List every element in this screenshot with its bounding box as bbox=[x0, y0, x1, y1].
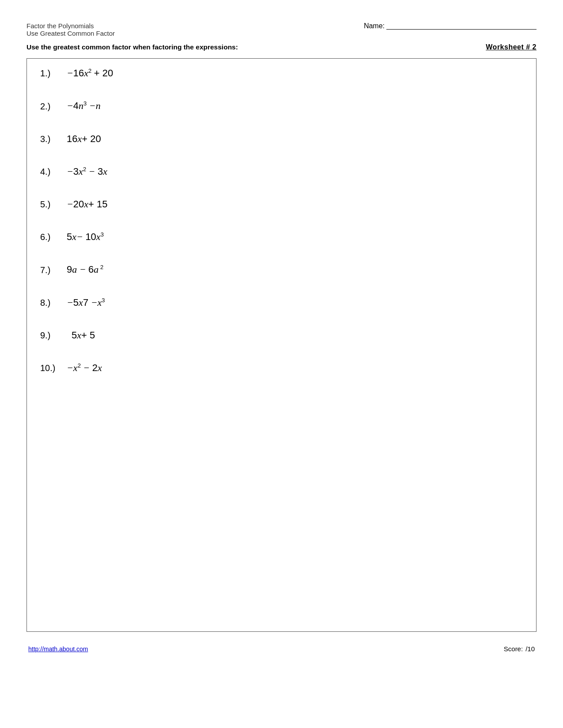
problem-expr-1: −16x2 + 20 bbox=[67, 68, 113, 79]
problem-number-1: 1.) bbox=[40, 68, 67, 79]
title-line1: Factor the Polynomials bbox=[26, 22, 115, 30]
name-underline bbox=[386, 23, 537, 30]
worksheet-title: Worksheet # 2 bbox=[486, 43, 537, 51]
instruction-row: Use the greatest common factor when fact… bbox=[26, 43, 537, 51]
problem-10: 10.) −x2 − 2x bbox=[40, 362, 523, 374]
problem-number-9: 9.) bbox=[40, 330, 67, 341]
problem-expr-3: 16x+ 20 bbox=[67, 133, 101, 145]
score-area: Score: /10 bbox=[504, 645, 535, 653]
problem-2: 2.) −4n3 −n bbox=[40, 100, 523, 112]
problem-expr-9: 5x+ 5 bbox=[67, 330, 95, 341]
score-value: /10 bbox=[525, 645, 535, 653]
header: Factor the Polynomials Use Greatest Comm… bbox=[26, 22, 537, 37]
problem-1: 1.) −16x2 + 20 bbox=[40, 68, 523, 79]
problem-expr-5: −20x+ 15 bbox=[67, 199, 108, 210]
problem-number-10: 10.) bbox=[40, 363, 67, 373]
problem-number-5: 5.) bbox=[40, 199, 67, 210]
problem-number-3: 3.) bbox=[40, 134, 67, 144]
instruction-text: Use the greatest common factor when fact… bbox=[26, 43, 238, 51]
problem-3: 3.) 16x+ 20 bbox=[40, 133, 523, 145]
name-label: Name: bbox=[364, 22, 385, 30]
problem-number-8: 8.) bbox=[40, 298, 67, 308]
problem-expr-10: −x2 − 2x bbox=[67, 362, 102, 374]
header-top: Factor the Polynomials Use Greatest Comm… bbox=[26, 22, 537, 37]
problem-number-6: 6.) bbox=[40, 232, 67, 242]
footer-link[interactable]: http://math.about.com bbox=[28, 645, 88, 653]
problem-number-4: 4.) bbox=[40, 167, 67, 177]
problem-4: 4.) −3x2 − 3x bbox=[40, 166, 523, 177]
score-label: Score: bbox=[504, 645, 523, 653]
problem-5: 5.) −20x+ 15 bbox=[40, 199, 523, 210]
header-left: Factor the Polynomials Use Greatest Comm… bbox=[26, 22, 115, 37]
problem-expr-4: −3x2 − 3x bbox=[67, 166, 107, 177]
name-field: Name: bbox=[364, 22, 537, 30]
problem-expr-7: 9a − 6a 2 bbox=[67, 264, 103, 275]
title-line2: Use Greatest Common Factor bbox=[26, 30, 115, 37]
problem-7: 7.) 9a − 6a 2 bbox=[40, 264, 523, 275]
problem-expr-6: 5x− 10x3 bbox=[67, 231, 104, 243]
problems-box: 1.) −16x2 + 20 2.) −4n3 −n 3.) 16x+ 20 4… bbox=[26, 58, 537, 632]
footer: http://math.about.com Score: /10 bbox=[26, 645, 537, 653]
problem-number-2: 2.) bbox=[40, 101, 67, 112]
problem-8: 8.) −5x7 −x3 bbox=[40, 297, 523, 308]
problem-expr-2: −4n3 −n bbox=[67, 100, 101, 112]
problem-number-7: 7.) bbox=[40, 265, 67, 275]
problem-6: 6.) 5x− 10x3 bbox=[40, 231, 523, 243]
problem-9: 9.) 5x+ 5 bbox=[40, 330, 523, 341]
problem-expr-8: −5x7 −x3 bbox=[67, 297, 105, 308]
